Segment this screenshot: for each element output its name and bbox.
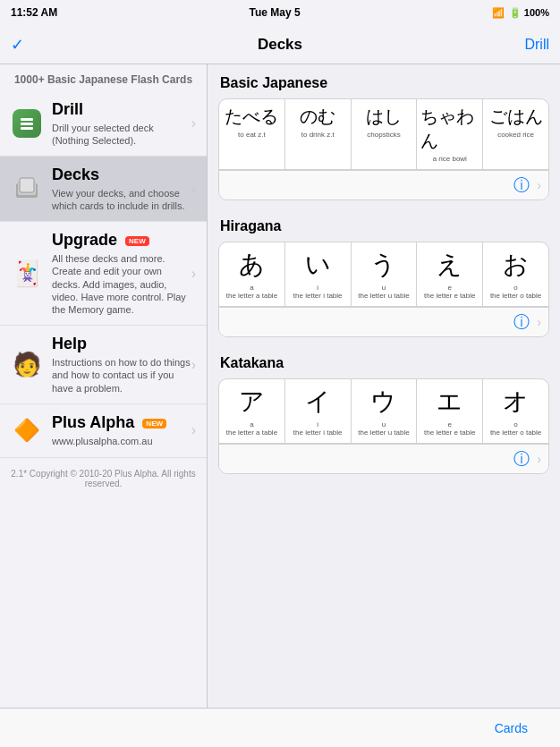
status-bar: 11:52 AM Tue May 5 📶 🔋 100% bbox=[0, 0, 560, 25]
card-e-kata: エ e the letter e table bbox=[417, 379, 483, 443]
card-kanji: たべる bbox=[225, 105, 278, 129]
basic-japanese-cards-row: たべる to eat z.t のむ to drink z.t はし chopst… bbox=[219, 99, 548, 170]
sidebar: 1000+ Basic Japanese Flash Cards Drill D… bbox=[0, 64, 208, 708]
card-kanji: ア bbox=[239, 385, 265, 419]
info-icon[interactable]: ⓘ bbox=[513, 174, 530, 196]
hiragana-cards-row: あ a the letter a table い i the letter i … bbox=[219, 242, 548, 307]
card-u-hira: う u the letter u table bbox=[352, 242, 418, 306]
plus-alpha-icon: 🔶 bbox=[11, 414, 43, 446]
tab-bar: Cards bbox=[0, 708, 560, 747]
sidebar-item-decks[interactable]: Decks View your decks, and choose which … bbox=[0, 157, 207, 222]
decks-title: Decks bbox=[52, 166, 191, 185]
upgrade-icon: 🃏 bbox=[11, 258, 43, 290]
wifi-icon: 📶 bbox=[492, 7, 505, 19]
basic-japanese-title: Basic Japanese bbox=[218, 75, 549, 91]
hiragana-title: Hiragana bbox=[218, 218, 549, 234]
card-kanji: あ bbox=[239, 248, 265, 282]
basic-japanese-grid[interactable]: たべる to eat z.t のむ to drink z.t はし chopst… bbox=[218, 98, 549, 200]
card-taberu: たべる to eat z.t bbox=[219, 99, 285, 169]
katakana-title: Katakana bbox=[218, 355, 549, 371]
help-title: Help bbox=[52, 335, 191, 354]
info-icon[interactable]: ⓘ bbox=[513, 448, 530, 470]
card-kanji: はし bbox=[366, 105, 402, 129]
deck-section-hiragana: Hiragana あ a the letter a table い i the … bbox=[218, 218, 549, 337]
right-panel: Basic Japanese たべる to eat z.t のむ to drin… bbox=[208, 64, 560, 708]
katakana-cards-row: ア a the letter a table イ i the letter i … bbox=[219, 379, 548, 444]
sidebar-item-upgrade[interactable]: 🃏 Upgrade NEW All these decks and more. … bbox=[0, 222, 207, 326]
basic-japanese-info-row[interactable]: ⓘ › bbox=[219, 170, 548, 199]
card-kanji: ごはん bbox=[489, 105, 543, 129]
expand-icon: › bbox=[537, 178, 541, 192]
card-kanji: イ bbox=[305, 385, 331, 419]
drill-icon bbox=[11, 107, 43, 140]
help-desc: Instructions on how to do things and how… bbox=[52, 356, 191, 395]
status-icons: 📶 🔋 100% bbox=[492, 7, 549, 19]
nav-bar: ✓ Decks Drill bbox=[0, 25, 560, 64]
plus-alpha-desc: www.plusalpha.com.au bbox=[52, 435, 191, 447]
hiragana-grid[interactable]: あ a the letter a table い i the letter i … bbox=[218, 242, 549, 337]
card-kanji: ちゃわん bbox=[420, 105, 479, 153]
sidebar-item-help[interactable]: 🧑 Help Instructions on how to do things … bbox=[0, 326, 207, 403]
plus-alpha-badge: NEW bbox=[142, 419, 166, 429]
card-o-hira: お o the letter o table bbox=[483, 242, 548, 306]
status-date: Tue May 5 bbox=[249, 6, 300, 19]
card-a-kata: ア a the letter a table bbox=[219, 379, 285, 443]
status-time: 11:52 AM bbox=[11, 6, 57, 19]
checkmark-icon: ✓ bbox=[11, 35, 24, 55]
plus-alpha-title: Plus Alpha NEW bbox=[52, 413, 191, 433]
svg-rect-2 bbox=[20, 178, 34, 192]
katakana-grid[interactable]: ア a the letter a table イ i the letter i … bbox=[218, 378, 549, 474]
card-a-hira: あ a the letter a table bbox=[219, 242, 285, 306]
upgrade-chevron-icon: › bbox=[191, 266, 196, 282]
sidebar-item-plus-alpha[interactable]: 🔶 Plus Alpha NEW www.plusalpha.com.au › bbox=[0, 404, 207, 458]
deck-section-katakana: Katakana ア a the letter a table イ i the … bbox=[218, 355, 549, 474]
card-i-hira: い i the letter i table bbox=[285, 242, 352, 306]
deck-section-basic-japanese: Basic Japanese たべる to eat z.t のむ to drin… bbox=[218, 75, 549, 200]
drill-title: Drill bbox=[52, 100, 191, 120]
drill-nav-button[interactable]: Drill bbox=[478, 37, 549, 53]
decks-desc: View your decks, and choose which cards … bbox=[52, 187, 191, 213]
sidebar-item-drill[interactable]: Drill Drill your selected deck (Nothing … bbox=[0, 91, 207, 157]
expand-icon: › bbox=[537, 452, 541, 466]
hiragana-info-row[interactable]: ⓘ › bbox=[219, 307, 548, 336]
drill-chevron-icon: › bbox=[191, 115, 196, 132]
sidebar-header: 1000+ Basic Japanese Flash Cards bbox=[0, 64, 207, 91]
card-nomu: のむ to drink z.t bbox=[285, 99, 352, 169]
card-kanji: お bbox=[503, 248, 529, 282]
katakana-info-row[interactable]: ⓘ › bbox=[219, 444, 548, 473]
sidebar-footer: 2.1* Copyright © 2010-20 Plus Alpha. All… bbox=[0, 458, 207, 499]
card-u-kata: ウ u the letter u table bbox=[352, 379, 418, 443]
card-chawan: ちゃわん a rice bowl bbox=[417, 99, 483, 169]
card-kanji: エ bbox=[437, 385, 462, 419]
card-kanji: い bbox=[305, 248, 331, 282]
upgrade-badge: NEW bbox=[125, 236, 149, 246]
help-icon: 🧑 bbox=[11, 349, 43, 381]
upgrade-title: Upgrade NEW bbox=[52, 231, 191, 250]
card-kanji: う bbox=[370, 248, 396, 282]
tab-cards[interactable]: Cards bbox=[480, 714, 542, 743]
expand-icon: › bbox=[537, 315, 541, 329]
card-i-kata: イ i the letter i table bbox=[285, 379, 352, 443]
card-kanji: え bbox=[437, 248, 462, 282]
decks-icon bbox=[11, 173, 43, 205]
card-kanji: ウ bbox=[370, 385, 396, 419]
info-icon[interactable]: ⓘ bbox=[513, 311, 530, 333]
nav-back-button[interactable]: ✓ bbox=[11, 35, 82, 55]
card-kanji: のむ bbox=[300, 105, 335, 129]
upgrade-desc: All these decks and more. Create and edi… bbox=[52, 252, 191, 316]
card-hashi: はし chopsticks bbox=[352, 99, 418, 169]
card-gohan: ごはん cooked rice bbox=[483, 99, 548, 169]
card-e-hira: え e the letter e table bbox=[417, 242, 483, 306]
drill-desc: Drill your selected deck (Nothing Select… bbox=[52, 122, 191, 148]
decks-chevron-icon: › bbox=[191, 181, 196, 197]
main-container: 1000+ Basic Japanese Flash Cards Drill D… bbox=[0, 64, 560, 708]
card-o-kata: オ o the letter o table bbox=[483, 379, 548, 443]
battery-icon: 🔋 100% bbox=[509, 7, 549, 19]
card-kanji: オ bbox=[503, 385, 529, 419]
nav-title: Decks bbox=[82, 36, 478, 54]
plus-alpha-chevron-icon: › bbox=[191, 422, 196, 438]
help-chevron-icon: › bbox=[191, 357, 196, 373]
